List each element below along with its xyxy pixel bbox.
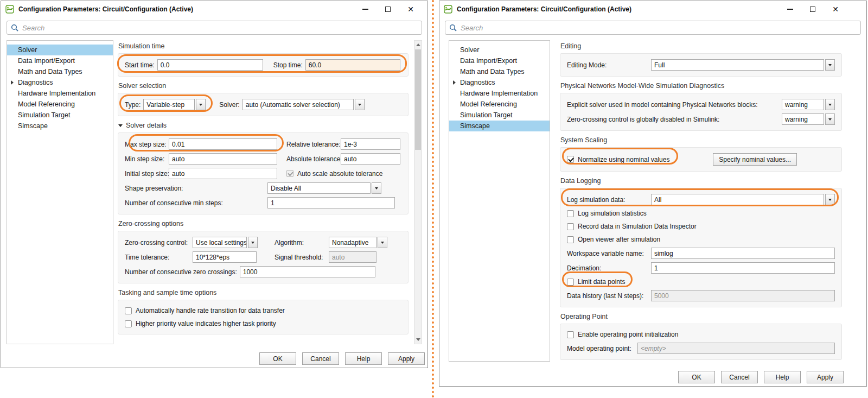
vertical-scrollbar[interactable] [414, 40, 422, 344]
start-time-field[interactable]: 0.0 [157, 59, 263, 71]
chevron-down-icon[interactable] [825, 194, 835, 205]
dropdown-value: All [651, 194, 824, 205]
sidebar-item-data-import-export[interactable]: Data Import/Export [7, 55, 113, 66]
rate-transition-checkbox[interactable]: Automatically handle rate transition for… [125, 306, 401, 315]
max-step-field[interactable]: 0.01 [169, 138, 277, 150]
log-statistics-checkbox[interactable]: Log simulation statistics [567, 209, 835, 218]
chevron-down-icon[interactable] [196, 99, 206, 110]
sidebar-item-label: Diagnostics [18, 79, 53, 86]
open-viewer-checkbox[interactable]: Open viewer after simulation [567, 235, 835, 244]
sidebar-item-simscape[interactable]: Simscape [7, 121, 113, 131]
close-button[interactable]: ✕ [824, 1, 847, 17]
higher-priority-checkbox[interactable]: Higher priority value indicates higher t… [125, 319, 401, 328]
min-step-field[interactable]: auto [169, 153, 277, 165]
chevron-down-icon[interactable] [248, 237, 258, 248]
sidebar-item-model-referencing[interactable]: Model Referencing [7, 99, 113, 110]
consecutive-zero-crossings-row: Number of consecutive zero crossings: 10… [125, 266, 401, 277]
ok-button[interactable]: OK [678, 371, 715, 383]
explicit-solver-dropdown[interactable]: warning [782, 99, 835, 110]
arrow-up-icon [416, 43, 420, 46]
checkbox-label: Limit data points [578, 278, 625, 286]
cancel-button[interactable]: Cancel [721, 371, 758, 383]
scrollbar-thumb[interactable] [415, 49, 421, 150]
cancel-button[interactable]: Cancel [302, 352, 339, 365]
workspace-variable-row: Workspace variable name: simlog [567, 248, 835, 259]
expand-icon[interactable] [453, 80, 456, 85]
enable-operating-point-checkbox[interactable]: Enable operating point initialization [567, 330, 835, 339]
decimation-field[interactable]: 1 [651, 262, 835, 274]
dropdown-value: Full [651, 59, 824, 71]
consecutive-min-steps-field[interactable]: 1 [267, 197, 395, 209]
maximize-button[interactable] [801, 1, 824, 17]
scroll-up-button[interactable] [414, 41, 422, 49]
category-sidebar: Solver Data Import/Export Math and Data … [7, 40, 113, 344]
search-input[interactable]: Search [7, 21, 422, 35]
ok-button[interactable]: OK [259, 352, 296, 365]
search-input[interactable]: Search [445, 21, 861, 35]
maximize-icon [810, 7, 815, 12]
search-icon [11, 24, 18, 31]
type-dropdown[interactable]: Variable-step [143, 99, 206, 110]
normalize-nominal-checkbox[interactable]: Normalize using nominal values [567, 155, 669, 165]
algorithm-dropdown[interactable]: Nonadaptive [329, 237, 387, 248]
solver-label: Solver: [219, 101, 239, 109]
zero-crossing-control-dropdown[interactable]: Use local settings [193, 237, 258, 248]
auto-scale-checkbox[interactable]: Auto scale absolute tolerance [286, 169, 382, 179]
chevron-down-icon[interactable] [378, 237, 387, 248]
close-button[interactable]: ✕ [399, 1, 422, 17]
dialog-buttons: OK Cancel Help Apply [259, 352, 425, 365]
minimize-button[interactable] [354, 1, 376, 17]
help-button[interactable]: Help [345, 352, 382, 365]
chevron-down-icon[interactable] [825, 99, 835, 110]
dropdown-value: Variable-step [143, 99, 195, 110]
solver-selection-group: Type: Variable-step Solver: auto (Automa… [118, 93, 409, 116]
chevron-down-icon[interactable] [355, 99, 365, 110]
help-button[interactable]: Help [764, 371, 801, 383]
time-tolerance-field[interactable]: 10*128*eps [193, 251, 257, 263]
sidebar-item-simulation-target[interactable]: Simulation Target [7, 110, 113, 121]
sidebar-item-hardware-implementation[interactable]: Hardware Implementation [7, 88, 113, 99]
sidebar-item-solver[interactable]: Solver [449, 45, 550, 55]
window-controls: ✕ [354, 1, 422, 17]
scroll-down-button[interactable] [414, 336, 422, 344]
sidebar-item-solver[interactable]: Solver [7, 45, 113, 55]
apply-button[interactable]: Apply [388, 352, 425, 365]
expand-icon[interactable] [11, 80, 14, 85]
collapse-icon[interactable] [118, 124, 123, 127]
sidebar-item-simulation-target[interactable]: Simulation Target [449, 110, 550, 121]
sidebar-item-diagnostics[interactable]: Diagnostics [7, 77, 113, 88]
shape-preservation-dropdown[interactable]: Disable All [267, 182, 381, 194]
sidebar-item-simscape[interactable]: Simscape [449, 121, 550, 131]
consecutive-zero-crossings-field[interactable]: 1000 [240, 266, 375, 277]
maximize-button[interactable] [376, 1, 399, 17]
zero-crossing-disabled-dropdown[interactable]: warning [782, 113, 835, 125]
absolute-tolerance-field[interactable]: auto [341, 153, 400, 165]
section-heading-operating-point: Operating Point [560, 313, 842, 321]
workspace-variable-field[interactable]: simlog [651, 248, 835, 259]
shape-preservation-label: Shape preservation: [125, 185, 265, 192]
record-data-inspector-checkbox[interactable]: Record data in Simulation Data Inspector [567, 222, 835, 231]
sidebar-item-math-and-data-types[interactable]: Math and Data Types [449, 66, 550, 77]
sidebar-item-math-and-data-types[interactable]: Math and Data Types [7, 66, 113, 77]
log-simulation-data-dropdown[interactable]: All [651, 194, 835, 205]
minimize-button[interactable] [778, 1, 801, 17]
stop-time-field[interactable]: 60.0 [305, 59, 400, 71]
limit-data-points-checkbox[interactable]: Limit data points [567, 277, 835, 287]
chevron-down-icon[interactable] [825, 113, 835, 125]
initial-step-field[interactable]: auto [169, 168, 277, 179]
relative-tolerance-field[interactable]: 1e-3 [341, 138, 400, 150]
section-heading-solver-details[interactable]: Solver details [118, 122, 409, 130]
apply-button[interactable]: Apply [807, 371, 844, 383]
sidebar-item-diagnostics[interactable]: Diagnostics [449, 77, 550, 88]
sidebar-item-data-import-export[interactable]: Data Import/Export [449, 55, 550, 66]
sidebar-item-model-referencing[interactable]: Model Referencing [449, 99, 550, 110]
sidebar-item-hardware-implementation[interactable]: Hardware Implementation [449, 88, 550, 99]
chevron-down-icon[interactable] [372, 182, 381, 194]
solver-dropdown[interactable]: auto (Automatic solver selection) [242, 99, 365, 110]
specify-nominal-values-button[interactable]: Specify nominal values... [713, 153, 797, 166]
explicit-solver-label: Explicit solver used in model containing… [567, 101, 779, 109]
stop-time-label: Stop time: [273, 61, 303, 69]
editing-mode-dropdown[interactable]: Full [651, 59, 835, 71]
chevron-down-icon[interactable] [825, 59, 835, 71]
start-time-label: Start time: [125, 61, 155, 69]
